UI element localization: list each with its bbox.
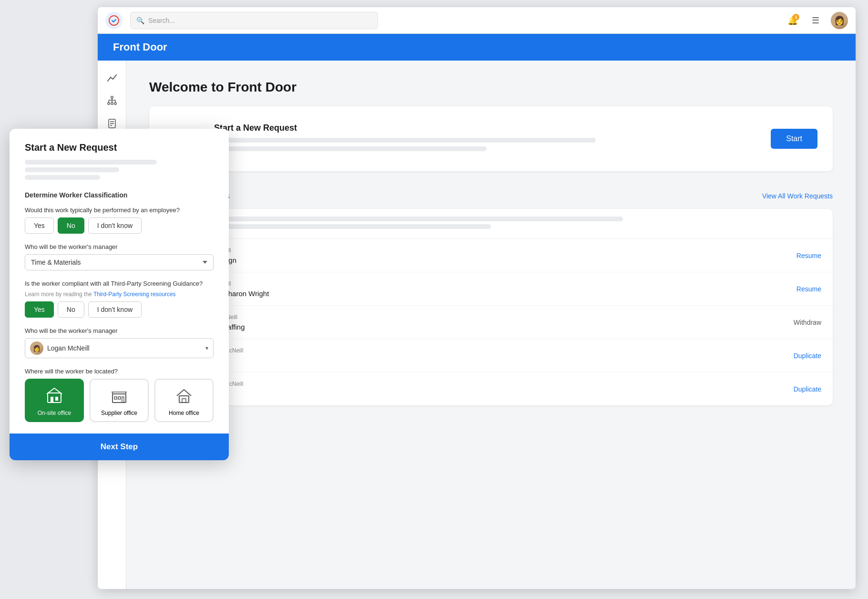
- manager-select[interactable]: 👩 Logan McNeill ▾: [25, 338, 214, 358]
- q2-group: Who will be the worker's manager Time & …: [25, 243, 214, 270]
- skeleton-line-1: [214, 138, 596, 143]
- sidebar-item-analytics[interactable]: [102, 68, 122, 87]
- skeleton-line-2: [214, 146, 487, 151]
- welcome-title: Welcome to Front Door: [149, 80, 833, 95]
- onsite-icon: [46, 387, 63, 407]
- table-row: APPROVED • Logan McNeill Brand Consultat…: [149, 372, 833, 405]
- user-avatar[interactable]: 👩: [831, 12, 848, 29]
- manager-name: Logan McNeill: [47, 344, 202, 352]
- modal-section-title: Determine Worker Classification: [25, 191, 214, 199]
- svg-rect-25: [114, 397, 117, 399]
- screening-resources-link[interactable]: Third-Party Screening resources: [93, 291, 176, 298]
- ms2: [25, 167, 119, 172]
- modal-title: Start a New Request: [25, 142, 214, 153]
- work-request-rows: DRAFT • Logan McNeill 2021 Website Redes…: [149, 239, 833, 405]
- modal-body: Start a New Request Determine Worker Cla…: [10, 129, 229, 422]
- search-icon: 🔍: [136, 17, 144, 24]
- wr-header-skeleton: [149, 209, 833, 239]
- q4-label: Who will be the worker's manager: [25, 327, 214, 334]
- onsite-label: On-site office: [38, 410, 71, 416]
- view-all-link[interactable]: View All Work Requests: [762, 192, 833, 200]
- svg-rect-31: [179, 396, 189, 403]
- start-button[interactable]: Start: [771, 129, 817, 149]
- q3-label: Is the worker compliant with all Third-P…: [25, 280, 214, 287]
- manager-avatar: 👩: [30, 341, 43, 355]
- q5-label: Where will the worker be located?: [25, 368, 214, 375]
- new-request-card: Start a New Request Start: [149, 106, 833, 171]
- q3-buttons: Yes No I don't know: [25, 301, 214, 318]
- avatar-image: 👩: [831, 12, 848, 29]
- svg-rect-2: [111, 96, 113, 98]
- modal-skeleton: [25, 160, 214, 180]
- header-band: Front Door: [98, 34, 856, 61]
- svg-rect-5: [114, 103, 116, 104]
- wr-action-duplicate[interactable]: Duplicate: [794, 352, 821, 360]
- list-icon: ☰: [812, 15, 819, 26]
- list-button[interactable]: ☰: [808, 13, 823, 28]
- table-row: PENDING • Logan McNeill Summer Cafeteria…: [149, 306, 833, 339]
- skeleton-header-1: [161, 217, 623, 221]
- next-step-button[interactable]: Next Step: [10, 434, 229, 460]
- svg-rect-32: [182, 399, 186, 403]
- q1-group: Would this work typically be performed b…: [25, 207, 214, 234]
- top-nav: 🔍 Search... 🔔 1 ☰ 👩: [98, 7, 856, 34]
- ms1: [25, 160, 157, 165]
- location-home[interactable]: Home office: [154, 379, 214, 422]
- wr-action-resume[interactable]: Resume: [797, 285, 821, 293]
- q3-yes-button[interactable]: Yes: [25, 301, 54, 318]
- q1-dont-know-button[interactable]: I don't know: [88, 217, 142, 234]
- q3-group: Is the worker compliant with all Third-P…: [25, 280, 214, 318]
- q2-label: Who will be the worker's manager: [25, 243, 214, 250]
- location-supplier[interactable]: Supplier office: [90, 379, 149, 422]
- page-title: Front Door: [113, 41, 167, 53]
- q3-no-button[interactable]: No: [58, 301, 84, 318]
- notification-badge: 1: [793, 14, 799, 21]
- section-header: My work requests View All Work Requests: [149, 190, 833, 201]
- notification-button[interactable]: 🔔 1: [785, 13, 800, 28]
- manager-chevron-icon: ▾: [205, 345, 208, 351]
- q1-no-button[interactable]: No: [58, 217, 84, 234]
- search-bar[interactable]: 🔍 Search...: [130, 12, 378, 29]
- ms3: [25, 175, 100, 180]
- svg-rect-27: [122, 397, 124, 403]
- home-icon: [175, 387, 193, 407]
- table-row: DRAFT • Logan McNeill Maternity Cover fo…: [149, 272, 833, 306]
- new-request-card-title: Start a New Request: [214, 123, 759, 133]
- table-row: APPROVED • Logan McNeill Software Engine…: [149, 339, 833, 372]
- q4-group: Who will be the worker's manager 👩 Logan…: [25, 327, 214, 358]
- svg-rect-4: [111, 103, 113, 104]
- supplier-label: Supplier office: [101, 410, 137, 416]
- q1-yes-button[interactable]: Yes: [25, 217, 54, 234]
- svg-rect-26: [118, 397, 121, 399]
- q3-dont-know-button[interactable]: I don't know: [88, 301, 142, 318]
- q2-select[interactable]: Time & Materials: [25, 254, 214, 270]
- search-placeholder: Search...: [148, 17, 372, 24]
- svg-rect-23: [55, 397, 58, 401]
- location-onsite[interactable]: On-site office: [25, 379, 84, 422]
- supplier-icon: [111, 387, 128, 407]
- wr-action-duplicate[interactable]: Duplicate: [794, 385, 821, 393]
- sidebar-item-org[interactable]: [102, 91, 122, 110]
- main-content: Welcome to Front Door Start a New Reques…: [126, 61, 856, 589]
- new-request-info: Start a New Request: [214, 123, 759, 155]
- table-row: DRAFT • Logan McNeill 2021 Website Redes…: [149, 239, 833, 272]
- q1-buttons: Yes No I don't know: [25, 217, 214, 234]
- work-requests-card: DRAFT • Logan McNeill 2021 Website Redes…: [149, 209, 833, 405]
- wr-action-withdraw[interactable]: Withdraw: [794, 319, 821, 326]
- svg-rect-21: [48, 393, 61, 403]
- q1-label: Would this work typically be performed b…: [25, 207, 214, 214]
- nav-icons: 🔔 1 ☰ 👩: [785, 12, 848, 29]
- home-label: Home office: [169, 410, 199, 416]
- svg-rect-3: [108, 103, 110, 104]
- screening-link-text: Learn more by reading the Third-Party Sc…: [25, 291, 214, 298]
- app-logo[interactable]: [105, 12, 123, 29]
- wr-action-resume[interactable]: Resume: [797, 252, 821, 259]
- svg-rect-22: [51, 397, 53, 403]
- location-options: On-site office Supp: [25, 379, 214, 422]
- q5-group: Where will the worker be located? On-sit…: [25, 368, 214, 422]
- logo-icon: [105, 12, 123, 29]
- modal-panel: Start a New Request Determine Worker Cla…: [10, 129, 229, 460]
